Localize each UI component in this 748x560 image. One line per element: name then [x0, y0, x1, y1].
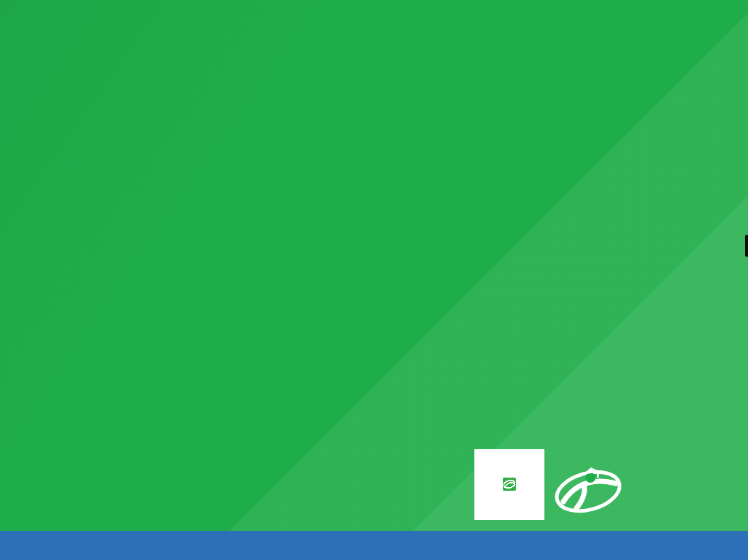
pe-desktop [0, 0, 748, 560]
taskbar [0, 531, 748, 560]
qr-code [474, 449, 544, 520]
qr-center-logo [501, 476, 517, 492]
hanboshi-logo-mark-icon [552, 462, 625, 520]
hanboshi-mark-icon [503, 454, 516, 515]
hanboshi-logo [552, 462, 628, 520]
taskbar-clock[interactable] [736, 531, 748, 560]
screen-edge-artifact [745, 235, 748, 257]
taskbar-spacer [0, 531, 736, 560]
